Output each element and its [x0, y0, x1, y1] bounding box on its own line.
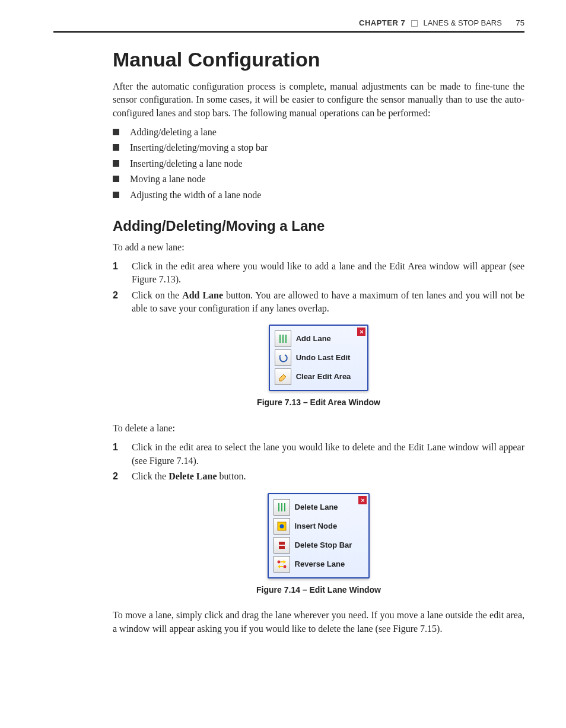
step-item: 2 Click the Delete Lane button.	[113, 470, 524, 483]
add-lane-steps: 1 Click in the edit area where you would…	[113, 260, 524, 316]
svg-rect-1	[282, 335, 284, 343]
svg-rect-5	[284, 503, 285, 511]
figure-caption: Figure 7.14 – Edit Lane Window	[113, 584, 524, 596]
figure-7-14: × Delete Lane Insert Node Delete Stop Ba…	[113, 493, 524, 596]
svg-rect-2	[285, 335, 287, 343]
step-number: 1	[113, 260, 129, 273]
running-header: CHAPTER 7 LANES & STOP BARS 75	[53, 18, 524, 28]
step-number: 1	[113, 441, 129, 454]
close-icon[interactable]: ×	[357, 328, 365, 336]
delete-lane-steps: 1 Click in the edit area to select the l…	[113, 441, 524, 483]
list-item: Adjusting the width of a lane node	[113, 189, 524, 202]
page-number: 75	[516, 18, 524, 27]
delete-lane-button[interactable]: Delete Lane	[272, 498, 365, 517]
delete-lane-intro: To delete a lane:	[113, 422, 524, 435]
list-item: Inserting/deleting/moving a stop bar	[113, 141, 524, 154]
button-label: Insert Node	[295, 521, 338, 532]
edit-lane-window: × Delete Lane Insert Node Delete Stop Ba…	[268, 493, 370, 578]
button-label: Add Lane	[296, 333, 331, 344]
move-lane-paragraph: To move a lane, simply click and drag th…	[113, 609, 524, 635]
svg-rect-3	[278, 503, 279, 511]
undo-last-edit-button[interactable]: Undo Last Edit	[274, 348, 364, 367]
chapter-title: LANES & STOP BARS	[423, 18, 501, 27]
operations-list: Adding/deleting a lane Inserting/deletin…	[113, 126, 524, 202]
chapter-label: CHAPTER 7	[359, 18, 405, 27]
button-label: Clear Edit Area	[296, 371, 351, 382]
square-bullet-icon	[113, 176, 119, 182]
clear-edit-area-button[interactable]: Clear Edit Area	[274, 367, 364, 386]
section-title: Adding/Deleting/Moving a Lane	[113, 216, 524, 236]
close-icon[interactable]: ×	[358, 496, 367, 504]
step-number: 2	[113, 470, 129, 483]
reverse-lane-button[interactable]: Reverse Lane	[272, 555, 365, 574]
svg-point-7	[279, 524, 284, 528]
undo-icon	[275, 349, 291, 366]
button-label: Reverse Lane	[295, 559, 345, 570]
edit-area-window: × Add Lane Undo Last Edit Clear Edit Are…	[269, 325, 369, 391]
lane-bars-icon	[274, 499, 290, 516]
list-item: Moving a lane node	[113, 173, 524, 186]
delete-stop-bar-button[interactable]: Delete Stop Bar	[272, 536, 365, 555]
step-text: Click in the edit area where you would l…	[132, 260, 524, 287]
add-lane-intro: To add a new lane:	[113, 241, 524, 254]
svg-rect-0	[279, 335, 281, 343]
svg-point-11	[283, 565, 286, 568]
figure-caption: Figure 7.13 – Edit Area Window	[113, 397, 524, 409]
button-label: Undo Last Edit	[296, 352, 351, 363]
intro-paragraph: After the automatic configuration proces…	[113, 80, 524, 120]
step-text: Click on the Add Lane button. You are al…	[132, 289, 524, 316]
node-icon	[274, 518, 290, 535]
square-bullet-icon	[113, 144, 119, 151]
reverse-icon	[274, 556, 290, 573]
insert-node-button[interactable]: Insert Node	[272, 517, 365, 536]
square-bullet-icon	[113, 129, 119, 135]
page-title: Manual Configuration	[113, 46, 524, 74]
svg-point-10	[277, 560, 280, 563]
step-text: Click the Delete Lane button.	[132, 470, 246, 483]
lane-bars-icon	[275, 330, 291, 347]
step-item: 2 Click on the Add Lane button. You are …	[113, 289, 524, 316]
figure-7-13: × Add Lane Undo Last Edit Clear Edit Are…	[113, 325, 524, 409]
step-text: Click in the edit area to select the lan…	[132, 441, 524, 468]
svg-rect-4	[281, 503, 282, 511]
step-item: 1 Click in the edit area where you would…	[113, 260, 524, 287]
add-lane-button[interactable]: Add Lane	[274, 329, 364, 348]
header-rule	[53, 31, 524, 33]
eraser-icon	[275, 368, 291, 385]
svg-rect-9	[279, 546, 285, 549]
content-area: Manual Configuration After the automatic…	[113, 46, 524, 635]
button-label: Delete Lane	[295, 502, 338, 513]
svg-rect-8	[279, 542, 285, 545]
stopbar-icon	[274, 537, 290, 554]
step-item: 1 Click in the edit area to select the l…	[113, 441, 524, 468]
header-separator-icon	[411, 20, 418, 27]
step-number: 2	[113, 289, 129, 302]
square-bullet-icon	[113, 160, 119, 167]
list-item: Adding/deleting a lane	[113, 126, 524, 139]
square-bullet-icon	[113, 192, 119, 198]
button-label: Delete Stop Bar	[295, 540, 352, 551]
list-item: Inserting/deleting a lane node	[113, 157, 524, 170]
